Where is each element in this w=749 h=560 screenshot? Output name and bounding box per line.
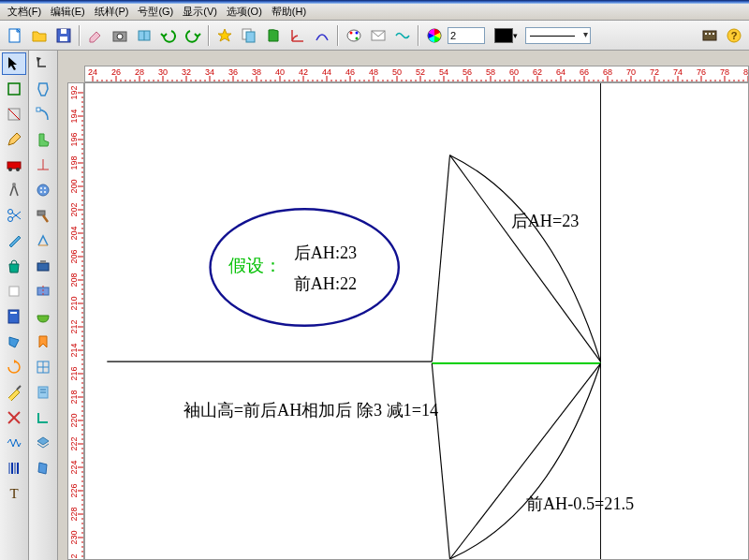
scissors-tool-icon[interactable] bbox=[2, 204, 26, 227]
menu-size[interactable]: 号型(G) bbox=[134, 4, 177, 20]
brush-tool-icon[interactable] bbox=[2, 229, 26, 252]
svg-point-10 bbox=[347, 30, 360, 41]
shape2-tool-icon[interactable] bbox=[2, 331, 26, 353]
palette-icon[interactable] bbox=[343, 24, 365, 47]
page2-tool-icon[interactable] bbox=[31, 381, 55, 404]
bookmark-tool-icon[interactable] bbox=[31, 331, 55, 353]
bus-tool-icon[interactable] bbox=[2, 154, 26, 176]
svg-text:212: 212 bbox=[69, 319, 79, 333]
page-tool-icon[interactable] bbox=[2, 305, 26, 328]
menu-file[interactable]: 文档(F) bbox=[4, 4, 45, 20]
wave-icon[interactable] bbox=[391, 24, 414, 47]
svg-text:210: 210 bbox=[69, 296, 79, 310]
bowl-tool-icon[interactable] bbox=[31, 305, 55, 328]
svg-point-29 bbox=[8, 210, 13, 214]
slice-tool-icon[interactable] bbox=[31, 280, 55, 302]
grid-tool-icon[interactable] bbox=[31, 356, 55, 378]
zigzag-tool-icon[interactable] bbox=[2, 432, 26, 454]
menu-bar: 文档(F) 编辑(E) 纸样(P) 号型(G) 显示(V) 选项(O) 帮助(H… bbox=[0, 4, 749, 21]
square-tool-icon[interactable] bbox=[2, 78, 26, 100]
pencil-tool-icon[interactable] bbox=[2, 128, 26, 151]
svg-point-26 bbox=[8, 168, 12, 171]
svg-text:34: 34 bbox=[205, 67, 214, 77]
piece-tool-icon[interactable] bbox=[31, 457, 55, 479]
menu-help[interactable]: 帮助(H) bbox=[268, 4, 310, 20]
button-tool-icon[interactable] bbox=[31, 179, 55, 201]
outline-tool-icon[interactable] bbox=[31, 78, 55, 100]
copy-piece-icon[interactable] bbox=[238, 24, 260, 47]
layers-tool-icon[interactable] bbox=[31, 432, 55, 454]
undo-icon[interactable] bbox=[157, 24, 180, 47]
camera-icon[interactable] bbox=[109, 24, 131, 47]
upper-left-seg bbox=[432, 155, 449, 361]
svg-point-28 bbox=[12, 183, 16, 186]
svg-text:44: 44 bbox=[322, 67, 331, 77]
diag-tool-icon[interactable] bbox=[2, 103, 26, 125]
boot-tool-icon[interactable] bbox=[31, 128, 55, 151]
bag-tool-icon[interactable] bbox=[2, 255, 26, 277]
svg-text:202: 202 bbox=[69, 202, 79, 216]
menu-option[interactable]: 选项(O) bbox=[223, 4, 266, 20]
edge-tool-icon[interactable] bbox=[31, 229, 55, 252]
sewing-tool-icon[interactable] bbox=[31, 255, 55, 277]
mirror-icon[interactable] bbox=[133, 24, 155, 47]
shape-icon[interactable] bbox=[262, 24, 285, 47]
svg-text:80: 80 bbox=[743, 67, 749, 77]
rotate-tool-icon[interactable] bbox=[2, 356, 26, 378]
new-file-icon[interactable] bbox=[4, 24, 26, 47]
film-icon[interactable] bbox=[698, 24, 721, 47]
help-icon[interactable]: ? bbox=[723, 24, 745, 47]
svg-rect-56 bbox=[40, 260, 46, 263]
svg-text:58: 58 bbox=[486, 67, 495, 77]
cut-tool-icon[interactable] bbox=[2, 406, 26, 429]
svg-text:198: 198 bbox=[69, 155, 79, 169]
menu-edit[interactable]: 编辑(E) bbox=[47, 4, 89, 20]
angle-icon[interactable] bbox=[286, 24, 309, 47]
text-tool-icon[interactable]: T bbox=[2, 482, 26, 505]
corner-tool-icon[interactable] bbox=[31, 406, 55, 429]
open-file-icon[interactable] bbox=[28, 24, 51, 47]
svg-line-36 bbox=[17, 386, 21, 390]
blank-tool-icon[interactable] bbox=[2, 280, 26, 302]
menu-paper[interactable]: 纸样(P) bbox=[91, 4, 133, 20]
svg-rect-17 bbox=[705, 33, 707, 35]
svg-line-32 bbox=[12, 212, 21, 218]
save-file-icon[interactable] bbox=[52, 24, 75, 47]
upleft-tool-icon[interactable] bbox=[31, 52, 55, 75]
svg-text:42: 42 bbox=[299, 67, 308, 77]
color-swatch[interactable] bbox=[494, 28, 513, 43]
perp-tool-icon[interactable] bbox=[31, 154, 55, 176]
svg-text:76: 76 bbox=[697, 67, 706, 77]
color-number-input[interactable] bbox=[448, 27, 485, 44]
compass-tool-icon[interactable] bbox=[2, 179, 26, 201]
svg-text:46: 46 bbox=[345, 67, 355, 77]
drawing-canvas[interactable]: 假设： 后AH:23 前AH:22 后AH=23 前AH-0.5=21.5 袖山… bbox=[84, 82, 749, 560]
eraser-icon[interactable] bbox=[84, 24, 107, 47]
svg-rect-22 bbox=[8, 83, 20, 95]
svg-rect-35 bbox=[10, 312, 17, 314]
envelope-icon[interactable] bbox=[367, 24, 389, 47]
color-wheel-icon[interactable] bbox=[423, 24, 446, 47]
curve-icon[interactable] bbox=[311, 24, 333, 47]
svg-point-11 bbox=[350, 31, 353, 34]
redo-icon[interactable] bbox=[182, 24, 204, 47]
svg-rect-25 bbox=[7, 162, 21, 169]
canvas-area: 2426283032343638404244464850525456586062… bbox=[58, 51, 749, 560]
svg-rect-18 bbox=[709, 33, 711, 35]
star-icon[interactable] bbox=[213, 24, 236, 47]
svg-text:48: 48 bbox=[369, 67, 378, 77]
pointer-tool-icon[interactable] bbox=[2, 52, 26, 75]
knife-tool-icon[interactable] bbox=[2, 381, 26, 404]
barcode-tool-icon[interactable] bbox=[2, 457, 26, 479]
swatch-dropdown-icon[interactable]: ▾ bbox=[513, 31, 518, 40]
line-style-combo[interactable] bbox=[525, 27, 591, 44]
curve2-tool-icon[interactable] bbox=[31, 103, 55, 125]
tools-column-2 bbox=[29, 51, 58, 560]
svg-point-5 bbox=[117, 34, 123, 39]
svg-text:50: 50 bbox=[392, 67, 402, 77]
hammer-tool-icon[interactable] bbox=[31, 204, 55, 227]
svg-text:28: 28 bbox=[135, 67, 144, 77]
svg-text:38: 38 bbox=[252, 67, 261, 77]
svg-text:196: 196 bbox=[69, 132, 79, 146]
menu-display[interactable]: 显示(V) bbox=[179, 4, 221, 20]
